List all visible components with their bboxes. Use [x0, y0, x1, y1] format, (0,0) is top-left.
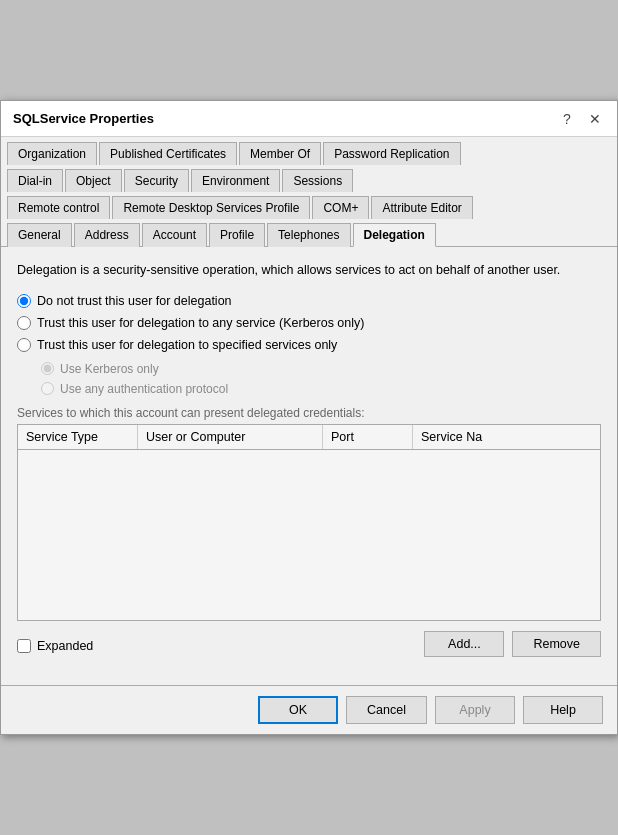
sub-options-group: Use Kerberos only Use any authentication…: [41, 362, 601, 396]
tab-organization[interactable]: Organization: [7, 142, 97, 165]
bottom-bar: OK Cancel Apply Help: [1, 685, 617, 734]
table-body: [18, 450, 600, 620]
tab-member-of[interactable]: Member Of: [239, 142, 321, 165]
title-bar: SQLService Properties ? ✕: [1, 101, 617, 137]
radio-trust-specified-input[interactable]: [17, 338, 31, 352]
radio-trust-specified-label: Trust this user for delegation to specif…: [37, 338, 337, 352]
radio-trust-specified[interactable]: Trust this user for delegation to specif…: [17, 338, 601, 352]
delegation-radio-group: Do not trust this user for delegation Tr…: [17, 294, 601, 352]
radio-trust-any[interactable]: Trust this user for delegation to any se…: [17, 316, 601, 330]
tab-row-3: Remote control Remote Desktop Services P…: [1, 191, 617, 218]
sub-radio-protocol-label: Use any authentication protocol: [60, 382, 228, 396]
add-remove-buttons: Add... Remove: [424, 631, 601, 657]
tab-general[interactable]: General: [7, 223, 72, 247]
remove-button[interactable]: Remove: [512, 631, 601, 657]
expanded-label: Expanded: [37, 639, 93, 653]
sub-radio-kerberos-label: Use Kerberos only: [60, 362, 159, 376]
tab-row-2: Dial-in Object Security Environment Sess…: [1, 164, 617, 191]
tab-attribute-editor[interactable]: Attribute Editor: [371, 196, 472, 219]
col-service-type: Service Type: [18, 425, 138, 449]
cancel-button[interactable]: Cancel: [346, 696, 427, 724]
bottom-actions-row: Expanded Add... Remove: [17, 631, 601, 667]
ok-button[interactable]: OK: [258, 696, 338, 724]
title-bar-controls: ? ✕: [557, 109, 605, 129]
tab-published-certificates[interactable]: Published Certificates: [99, 142, 237, 165]
properties-window: SQLService Properties ? ✕ Organization P…: [0, 100, 618, 735]
tab-com[interactable]: COM+: [312, 196, 369, 219]
expanded-checkbox[interactable]: [17, 639, 31, 653]
tab-remote-control[interactable]: Remote control: [7, 196, 110, 219]
tab-object[interactable]: Object: [65, 169, 122, 192]
tab-bar: Organization Published Certificates Memb…: [1, 137, 617, 247]
tab-telephones[interactable]: Telephones: [267, 223, 350, 247]
tab-address[interactable]: Address: [74, 223, 140, 247]
sub-radio-kerberos-only: Use Kerberos only: [41, 362, 601, 376]
tab-environment[interactable]: Environment: [191, 169, 280, 192]
tab-account[interactable]: Account: [142, 223, 207, 247]
tab-remote-desktop[interactable]: Remote Desktop Services Profile: [112, 196, 310, 219]
tab-delegation[interactable]: Delegation: [353, 223, 436, 247]
radio-trust-any-label: Trust this user for delegation to any se…: [37, 316, 364, 330]
tab-row-4: General Address Account Profile Telephon…: [1, 218, 617, 246]
sub-radio-kerberos-input: [41, 362, 54, 375]
table-header: Service Type User or Computer Port Servi…: [18, 425, 600, 450]
tab-security[interactable]: Security: [124, 169, 189, 192]
delegation-description: Delegation is a security-sensitive opera…: [17, 261, 601, 280]
services-description-label: Services to which this account can prese…: [17, 406, 601, 420]
tab-content: Delegation is a security-sensitive opera…: [1, 247, 617, 685]
col-service-name: Service Na: [413, 425, 600, 449]
col-port: Port: [323, 425, 413, 449]
add-button[interactable]: Add...: [424, 631, 504, 657]
help-button[interactable]: Help: [523, 696, 603, 724]
radio-no-trust[interactable]: Do not trust this user for delegation: [17, 294, 601, 308]
tab-row-1: Organization Published Certificates Memb…: [1, 137, 617, 164]
tab-sessions[interactable]: Sessions: [282, 169, 353, 192]
sub-radio-any-protocol: Use any authentication protocol: [41, 382, 601, 396]
radio-no-trust-label: Do not trust this user for delegation: [37, 294, 232, 308]
radio-trust-any-input[interactable]: [17, 316, 31, 330]
close-title-button[interactable]: ✕: [585, 109, 605, 129]
sub-radio-protocol-input: [41, 382, 54, 395]
col-user-or-computer: User or Computer: [138, 425, 323, 449]
help-title-button[interactable]: ?: [557, 109, 577, 129]
tab-profile[interactable]: Profile: [209, 223, 265, 247]
apply-button[interactable]: Apply: [435, 696, 515, 724]
tab-dial-in[interactable]: Dial-in: [7, 169, 63, 192]
expanded-checkbox-row: Expanded: [17, 639, 93, 653]
window-title: SQLService Properties: [13, 111, 154, 126]
radio-no-trust-input[interactable]: [17, 294, 31, 308]
services-table: Service Type User or Computer Port Servi…: [17, 424, 601, 621]
tab-password-replication[interactable]: Password Replication: [323, 142, 460, 165]
